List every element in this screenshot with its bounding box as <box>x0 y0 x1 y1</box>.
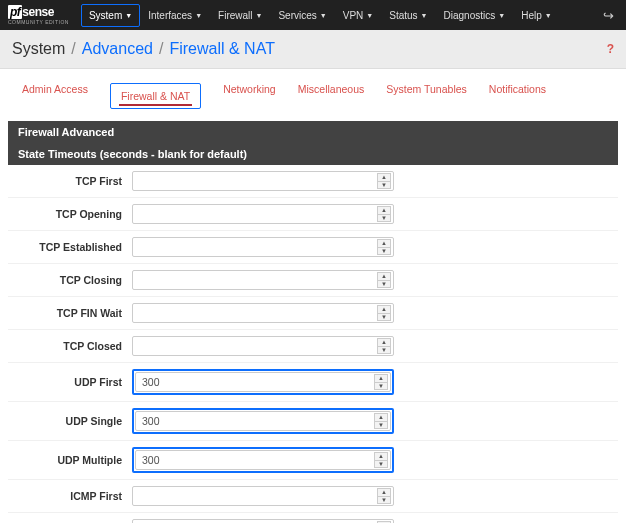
spinner-down-icon[interactable]: ▼ <box>377 346 391 355</box>
tab-admin-access[interactable]: Admin Access <box>22 83 88 109</box>
nav-item-diagnostics[interactable]: Diagnostics▼ <box>436 4 514 27</box>
input-value: 300 <box>142 454 368 466</box>
form-row: UDP Multiple300▲▼ <box>8 441 618 480</box>
spinner-up-icon[interactable]: ▲ <box>377 305 391 313</box>
spinner-up-icon[interactable]: ▲ <box>377 338 391 346</box>
spinner-up-icon[interactable]: ▲ <box>377 272 391 280</box>
nav-item-system[interactable]: System▼ <box>81 4 140 27</box>
nav-item-services[interactable]: Services▼ <box>270 4 334 27</box>
form-label: TCP Opening <box>12 208 132 220</box>
spinner-buttons: ▲▼ <box>374 374 388 390</box>
logout-icon[interactable]: ↪ <box>599 8 618 23</box>
caret-down-icon: ▼ <box>498 12 505 19</box>
spinner-buttons: ▲▼ <box>377 239 391 255</box>
form-row: TCP First▲▼ <box>8 165 618 198</box>
nav-item-label: System <box>89 10 122 21</box>
caret-down-icon: ▼ <box>421 12 428 19</box>
form-label: ICMP First <box>12 490 132 502</box>
form-row: UDP Single300▲▼ <box>8 402 618 441</box>
udp-multiple-input[interactable]: 300▲▼ <box>135 450 391 470</box>
input-wrap: ▲▼ <box>132 519 394 523</box>
tcp-opening-input[interactable]: ▲▼ <box>132 204 394 224</box>
spinner-up-icon[interactable]: ▲ <box>377 173 391 181</box>
icmp-first-input[interactable]: ▲▼ <box>132 486 394 506</box>
help-icon[interactable]: ? <box>607 42 614 56</box>
input-value: 300 <box>142 415 368 427</box>
input-wrap: ▲▼ <box>132 237 394 257</box>
input-wrap: ▲▼ <box>132 303 394 323</box>
nav-item-label: VPN <box>343 10 364 21</box>
section-header-firewall-advanced: Firewall Advanced <box>8 121 618 143</box>
spinner-buttons: ▲▼ <box>374 413 388 429</box>
nav-item-vpn[interactable]: VPN▼ <box>335 4 382 27</box>
spinner-buttons: ▲▼ <box>377 338 391 354</box>
input-wrap: 300▲▼ <box>132 369 394 395</box>
nav-item-label: Firewall <box>218 10 252 21</box>
spinner-down-icon[interactable]: ▼ <box>374 460 388 469</box>
form-label: TCP First <box>12 175 132 187</box>
nav-item-label: Services <box>278 10 316 21</box>
form-row: UDP First300▲▼ <box>8 363 618 402</box>
caret-down-icon: ▼ <box>366 12 373 19</box>
input-wrap: 300▲▼ <box>132 408 394 434</box>
nav-item-help[interactable]: Help▼ <box>513 4 560 27</box>
nav-item-firewall[interactable]: Firewall▼ <box>210 4 270 27</box>
tab-notifications[interactable]: Notifications <box>489 83 546 109</box>
tcp-closing-input[interactable]: ▲▼ <box>132 270 394 290</box>
spinner-down-icon[interactable]: ▼ <box>377 280 391 289</box>
spinner-down-icon[interactable]: ▼ <box>374 382 388 391</box>
input-wrap: ▲▼ <box>132 486 394 506</box>
tabs: Admin AccessFirewall & NATNetworkingMisc… <box>0 69 626 115</box>
form-row: TCP Closing▲▼ <box>8 264 618 297</box>
input-wrap: ▲▼ <box>132 270 394 290</box>
caret-down-icon: ▼ <box>195 12 202 19</box>
spinner-up-icon[interactable]: ▲ <box>377 239 391 247</box>
icmp-error-input[interactable]: ▲▼ <box>132 519 394 523</box>
spinner-up-icon[interactable]: ▲ <box>377 206 391 214</box>
form-label: UDP First <box>12 376 132 388</box>
tab-networking[interactable]: Networking <box>223 83 276 109</box>
spinner-up-icon[interactable]: ▲ <box>377 488 391 496</box>
tab-miscellaneous[interactable]: Miscellaneous <box>298 83 365 109</box>
spinner-buttons: ▲▼ <box>377 272 391 288</box>
input-wrap: 300▲▼ <box>132 447 394 473</box>
nav-item-label: Interfaces <box>148 10 192 21</box>
logo: pfsense COMMUNITY EDITION <box>8 5 69 25</box>
udp-first-input[interactable]: 300▲▼ <box>135 372 391 392</box>
nav-item-status[interactable]: Status▼ <box>381 4 435 27</box>
spinner-down-icon[interactable]: ▼ <box>374 421 388 430</box>
nav-item-label: Diagnostics <box>444 10 496 21</box>
breadcrumb-mid[interactable]: Advanced <box>82 40 153 58</box>
form-label: UDP Single <box>12 415 132 427</box>
tcp-established-input[interactable]: ▲▼ <box>132 237 394 257</box>
breadcrumb: System / Advanced / Firewall & NAT <box>12 40 275 58</box>
input-wrap: ▲▼ <box>132 204 394 224</box>
breadcrumb-root: System <box>12 40 65 58</box>
form-row: ICMP First▲▼ <box>8 480 618 513</box>
tab-firewall-nat[interactable]: Firewall & NAT <box>110 83 201 109</box>
form-label: TCP FIN Wait <box>12 307 132 319</box>
spinner-down-icon[interactable]: ▼ <box>377 214 391 223</box>
udp-single-input[interactable]: 300▲▼ <box>135 411 391 431</box>
spinner-down-icon[interactable]: ▼ <box>377 313 391 322</box>
spinner-buttons: ▲▼ <box>374 452 388 468</box>
spinner-down-icon[interactable]: ▼ <box>377 181 391 190</box>
form-area: TCP First▲▼TCP Opening▲▼TCP Established▲… <box>8 165 618 523</box>
input-wrap: ▲▼ <box>132 171 394 191</box>
spinner-down-icon[interactable]: ▼ <box>377 496 391 505</box>
tcp-fin-wait-input[interactable]: ▲▼ <box>132 303 394 323</box>
spinner-up-icon[interactable]: ▲ <box>374 452 388 460</box>
form-row: ICMP Error▲▼ <box>8 513 618 523</box>
spinner-buttons: ▲▼ <box>377 173 391 189</box>
nav-item-interfaces[interactable]: Interfaces▼ <box>140 4 210 27</box>
form-row: TCP Established▲▼ <box>8 231 618 264</box>
tcp-closed-input[interactable]: ▲▼ <box>132 336 394 356</box>
spinner-down-icon[interactable]: ▼ <box>377 247 391 256</box>
tcp-first-input[interactable]: ▲▼ <box>132 171 394 191</box>
form-label: TCP Closed <box>12 340 132 352</box>
tab-system-tunables[interactable]: System Tunables <box>386 83 467 109</box>
caret-down-icon: ▼ <box>320 12 327 19</box>
spinner-up-icon[interactable]: ▲ <box>374 374 388 382</box>
spinner-up-icon[interactable]: ▲ <box>374 413 388 421</box>
breadcrumb-leaf[interactable]: Firewall & NAT <box>169 40 275 58</box>
